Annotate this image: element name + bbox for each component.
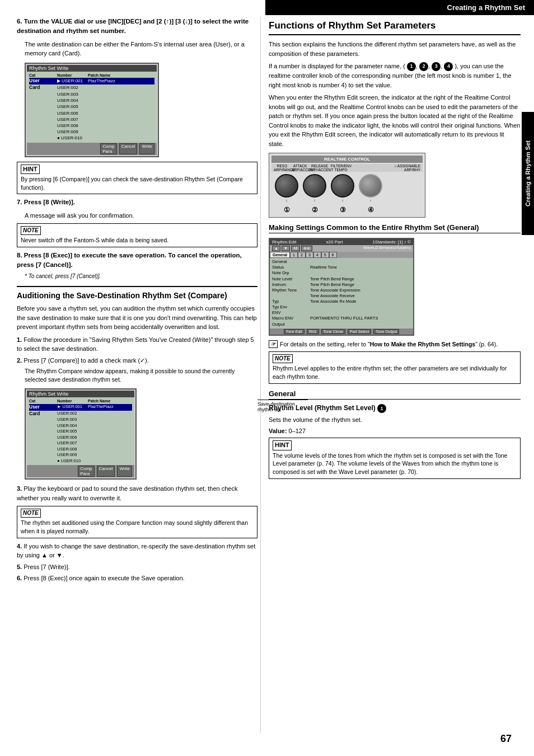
note-1-label: NOTE [21, 226, 41, 235]
re-tab-general[interactable]: General [270, 252, 290, 258]
knob-num-2: ② [303, 206, 326, 214]
knob-1-label: ↑ [285, 199, 288, 203]
re-row-rhythmtone: Rhythm Tone Tone Associate Expression [271, 288, 412, 293]
re-row-notegrp: Note Grp [271, 270, 412, 276]
re-btn-up[interactable]: ▲ [272, 246, 280, 251]
re-title: Rhythm Edit [272, 240, 297, 245]
re-btn-rhs[interactable]: RhS [307, 329, 319, 334]
screen-2-row-8: USER:008 [29, 447, 132, 453]
audit-step-1: 1. Follow the procedure in "Saving Rhyth… [17, 335, 257, 354]
note-3-label: NOTE [273, 354, 293, 363]
step-6-sub: The write destination can be either the … [25, 40, 257, 58]
screen-2-row-6: USER:006 [29, 435, 132, 441]
screen-1-row-2: Card USER:002 [29, 84, 154, 91]
re-tab-1[interactable]: 1 [290, 252, 298, 258]
screen-2-row-5: USER:005 [29, 429, 132, 435]
screen-1-btn-write[interactable]: Write [139, 143, 154, 154]
note-box-3: NOTE Rhythm Level applies to the entire … [269, 351, 521, 383]
screen-1-footer: CompPara Cancel Write [27, 143, 157, 155]
left-column: 6. Turn the VALUE dial or use [INC][DEC]… [17, 17, 257, 585]
functions-para3: When you enter the Rhythm Edit screen, t… [269, 93, 521, 148]
re-btn-part-select[interactable]: Part Select [348, 329, 371, 334]
functions-body: This section explains the functions the … [269, 40, 521, 58]
audit-step-6: 6. Press [8 (Exec)] once again to execut… [17, 574, 257, 583]
re-tab-6[interactable]: 6 [329, 252, 337, 258]
re-row-notelevel: Note Level Tone Pitch Bend Range [271, 276, 412, 282]
screen-2-body: Cat Number Patch Name User ► USER:001 Pl… [27, 397, 134, 466]
audit-step-1-num: 1. [17, 336, 22, 343]
screen-2-row-9: USER:009 [29, 452, 132, 458]
re-row-macroenv: Macro ENV PORTAMENTO THRU FULL PARTS [271, 316, 412, 321]
re-row-output: Output [271, 322, 412, 327]
side-tab-label: Creating a Rhythm Set [524, 140, 531, 206]
side-tab: Creating a Rhythm Set [522, 112, 534, 235]
re-row-typ: Typ Tone Associate Rx Mode [271, 299, 412, 304]
re-tab-3[interactable]: 3 [306, 252, 313, 258]
re-btn-tone-edit[interactable]: Tone Edit [284, 329, 305, 334]
realtime-control-box: REALTIME CONTROL RESO ATTACK RELEASE FIL… [269, 153, 425, 218]
re-btn-tone-output[interactable]: Tone Output [373, 329, 399, 334]
step-6: 6. Turn the VALUE dial or use [INC][DEC]… [17, 17, 257, 36]
audit-step-4: 4. If you wish to change the save destin… [17, 542, 257, 560]
re-row-instrum: Instrum Tone Pitch Bend Range [271, 282, 412, 288]
step-8-text: Press [8 (Exec)] to execute the save ope… [17, 252, 242, 268]
knob-3-label: ↑ [341, 199, 344, 203]
screen-1-btn-cancel[interactable]: Cancel [119, 143, 138, 154]
knob-4-label: ↑ [369, 199, 372, 203]
screen-1-row-7: USER:007 [29, 116, 154, 123]
header-title: Creating a Rhythm Set [447, 3, 525, 12]
screen-2-row-10: ● USER:010 [29, 458, 132, 464]
ref-note: ☞ For details on the setting, refer to "… [269, 340, 521, 349]
hint-1-label: HINT [21, 165, 40, 174]
column-divider [260, 17, 261, 733]
re-tab-2[interactable]: 2 [298, 252, 306, 258]
auditioning-body: Before you save a rhythm set, you can au… [17, 304, 257, 332]
re-btn-tone-clone[interactable]: Tone Clone [321, 329, 345, 334]
re-tabs: General 1 2 3 4 5 6 [270, 252, 413, 258]
re-tab-4[interactable]: 4 [313, 252, 321, 258]
re-btn-1[interactable]: All [291, 246, 300, 251]
circle-1-inline: 1 [377, 404, 386, 413]
ref-icon: ☞ [269, 340, 278, 348]
note-box-2: NOTE The rhythm set auditioned using the… [17, 506, 257, 538]
screen-2-col-headers: Cat Number Patch Name [29, 398, 132, 404]
re-body: General Status Realtime Tone Note Grp No… [270, 258, 413, 328]
hint-2-label: HINT [273, 440, 292, 450]
rhythm-level-title: Rhythm Level (Rhythm Set Level) 1 [269, 404, 521, 413]
audit-step-4-text: If you wish to change the save destinati… [17, 543, 255, 559]
note-1-text: Never switch off the Fantom-S while data… [21, 237, 168, 243]
hint-2-text: The volume levels of the tones from whic… [273, 452, 507, 475]
screen-2-btn-comp[interactable]: CompPara [78, 466, 94, 477]
step-6-text: Turn the VALUE dial or use [INC][DEC] an… [17, 18, 249, 34]
realtime-labels-row2: ARP/RANGE ARP/ACCENT RHY/ACCENT TEMPO AR… [271, 168, 423, 172]
re-btn-down[interactable]: ▼ [282, 246, 290, 251]
knob-4-circle [359, 174, 382, 198]
screen-2-btn-write[interactable]: Write [117, 466, 132, 477]
step-7-num: 7. [17, 199, 22, 205]
circle-1: 1 [407, 62, 416, 71]
note-2-text: The rhythm set auditioned using the Comp… [21, 519, 248, 534]
note-box-1: NOTE Never switch off the Fantom-S while… [17, 223, 257, 247]
knob-1: ↑ [275, 174, 298, 203]
circle-3: 3 [432, 62, 441, 71]
hint-1-text: By pressing [6 (Compare)] you can check … [21, 176, 243, 191]
realtime-header: REALTIME CONTROL [271, 156, 423, 163]
re-tab-5[interactable]: 5 [321, 252, 329, 258]
re-btn-2[interactable]: ⊕⊕ [301, 246, 312, 251]
rhythm-level-value: Value: 0–127 [269, 428, 521, 434]
re-header: Rhythm Edit s20 Part 1Standards: [1] ♪ © [270, 239, 413, 245]
knob-2-circle [303, 174, 326, 198]
screen-2-row-3: USER:003 [29, 417, 132, 423]
note-2-label: NOTE [21, 509, 41, 518]
knob-num-3: ③ [331, 206, 354, 214]
screen-2-row-4: USER:004 [29, 423, 132, 429]
screen-2-btn-cancel[interactable]: Cancel [97, 466, 115, 477]
ref-text: For details on the setting, refer to "Ho… [280, 340, 498, 349]
screen-2-row-1: User ► USER:001 PlazThePiazz [29, 404, 132, 411]
re-row-general: General [271, 259, 412, 265]
re-row-blank: Tone Associate Receive [271, 293, 412, 299]
audit-step-3: 3. Play the keyboard or pad to sound the… [17, 484, 257, 503]
circle-4: 4 [444, 62, 453, 71]
screen-1-header: Rhythm Set Write [27, 65, 157, 72]
screen-1-btn-comp[interactable]: CompPara [100, 143, 116, 154]
